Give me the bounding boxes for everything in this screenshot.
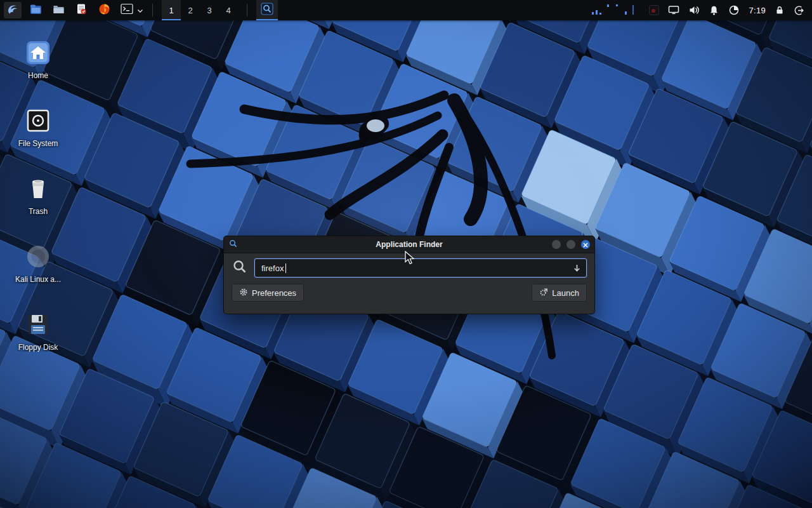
search-input[interactable]: firefox [254, 258, 587, 277]
search-query-text: firefox [261, 264, 284, 273]
close-button[interactable] [581, 240, 590, 249]
desktop-icon-label: Kali Linux a... [9, 275, 67, 284]
desktop-icon-home[interactable]: Home [9, 36, 67, 80]
workspace-switcher: 1 2 3 4 [162, 0, 238, 20]
kali-docs-icon [9, 239, 67, 270]
top-panel: 1 2 3 4 [0, 0, 812, 20]
desktop-icon-label: Trash [9, 207, 67, 216]
dropdown-arrow-icon[interactable] [572, 264, 582, 276]
launch-button[interactable]: Launch [532, 284, 587, 302]
desktop-icon-label: File System [9, 139, 67, 148]
floppy-disk-icon [9, 307, 67, 338]
file-manager-icon [30, 3, 42, 18]
text-editor-launcher[interactable] [72, 2, 90, 18]
lock-icon[interactable] [775, 2, 785, 18]
preferences-label: Preferences [252, 288, 296, 298]
application-finder-icon [261, 3, 273, 18]
window-title: Application Finder [224, 240, 594, 249]
desktop-icon-trash[interactable]: Trash [9, 171, 67, 216]
close-icon [583, 239, 588, 250]
finder-body: firefox Preferences [224, 253, 594, 314]
desktop-icon-label: Home [9, 71, 67, 80]
workspace-3[interactable]: 3 [200, 0, 219, 20]
desktop-icon-label: Floppy Disk [9, 343, 67, 352]
file-system-icon [9, 104, 67, 134]
network-icon[interactable] [728, 2, 740, 18]
maximize-button[interactable] [566, 240, 575, 249]
launch-icon [539, 288, 548, 298]
file-manager-launcher[interactable] [27, 2, 44, 18]
clock[interactable]: 7:19 [749, 6, 766, 15]
launch-label: Launch [552, 288, 579, 298]
firefox-icon [98, 3, 110, 18]
folder-launcher[interactable] [49, 2, 67, 18]
window-app-icon [228, 239, 238, 251]
text-editor-icon [75, 3, 87, 17]
panel-separator [152, 4, 153, 17]
logout-icon[interactable] [794, 2, 804, 18]
tray-indicator-icon[interactable] [649, 5, 659, 15]
kali-logo-icon [6, 3, 19, 18]
notifications-bell-icon[interactable] [709, 2, 719, 18]
workspace-2[interactable]: 2 [181, 0, 200, 20]
workspace-1-label: 1 [169, 6, 173, 15]
volume-icon[interactable] [688, 2, 700, 18]
text-caret [285, 264, 286, 273]
desktop-icon-file-system[interactable]: File System [9, 104, 67, 148]
monitor-graph[interactable] [591, 2, 640, 18]
kali-menu-button[interactable] [4, 2, 22, 18]
application-finder-window: Application Finder [223, 236, 595, 314]
desktop-icon-floppy-disk[interactable]: Floppy Disk [9, 307, 67, 352]
gear-icon [239, 288, 248, 298]
workspace-4-label: 4 [226, 6, 230, 15]
titlebar[interactable]: Application Finder [224, 236, 594, 253]
display-icon[interactable] [668, 2, 679, 18]
workspace-4[interactable]: 4 [219, 0, 238, 20]
minimize-button[interactable] [552, 240, 561, 249]
trash-icon [9, 171, 67, 202]
workspace-2-label: 2 [188, 6, 192, 15]
chevron-down-icon[interactable] [137, 4, 143, 16]
search-icon [232, 258, 248, 277]
desktop-icon-kali-docs[interactable]: Kali Linux a... [9, 239, 67, 284]
folder-icon [53, 3, 65, 18]
workspace-1[interactable]: 1 [162, 0, 181, 20]
home-icon [9, 36, 67, 66]
terminal-icon [121, 3, 133, 17]
firefox-launcher[interactable] [95, 2, 113, 18]
preferences-button[interactable]: Preferences [232, 284, 304, 302]
terminal-launcher[interactable] [118, 2, 136, 18]
taskbar-application-finder[interactable] [256, 0, 278, 20]
workspace-3-label: 3 [207, 6, 211, 15]
panel-separator [247, 4, 247, 17]
